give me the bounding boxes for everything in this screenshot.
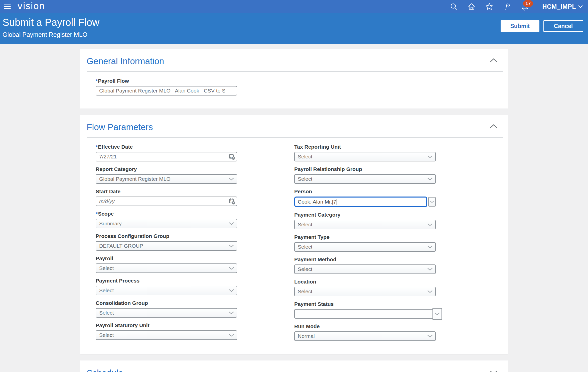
payment-status-field: Payment Status (294, 301, 436, 319)
topbar-actions: 17 HCM_IMPL (450, 3, 583, 11)
effective-date-input[interactable] (96, 152, 237, 161)
favorites-star-icon[interactable] (485, 3, 493, 11)
search-icon[interactable] (450, 3, 458, 11)
payroll-flow-field: *Payroll Flow (96, 78, 237, 96)
field-label: Person (294, 188, 436, 195)
chevron-down-icon (229, 311, 234, 314)
payment-status-dropdown-button[interactable] (432, 308, 442, 320)
run-mode-field: Run Mode Normal (294, 323, 436, 341)
chevron-down-icon (430, 201, 434, 203)
chevron-down-icon (427, 335, 433, 338)
menu-icon[interactable] (4, 4, 11, 10)
submit-button[interactable]: Submit (501, 20, 539, 32)
field-label: Payroll (96, 255, 237, 262)
section-title-schedule: Schedule (87, 368, 123, 372)
location-field: Location Select (294, 278, 436, 296)
location-select[interactable]: Select (294, 287, 436, 296)
payroll-statutory-unit-select[interactable]: Select (96, 330, 237, 340)
process-configuration-group-select[interactable]: DEFAULT GROUP (96, 241, 237, 251)
chevron-down-icon (578, 5, 583, 8)
section-flow-parameters: Flow Parameters *Effective Date (80, 115, 508, 354)
start-date-input[interactable] (96, 197, 237, 206)
payment-type-field: Payment Type Select (294, 234, 436, 252)
person-dropdown-button[interactable] (428, 197, 436, 207)
payment-category-select[interactable]: Select (294, 220, 436, 229)
chevron-down-icon (427, 223, 433, 226)
brand-logo[interactable]: vision (17, 2, 45, 11)
page-content: General Information *Payroll Flow Flow P… (0, 44, 588, 372)
tax-reporting-unit-field: Tax Reporting Unit Select (294, 144, 436, 161)
collapse-general-information-icon[interactable] (490, 58, 497, 63)
svg-text:1: 1 (230, 200, 232, 203)
field-label: Payroll Statutory Unit (96, 322, 237, 329)
chevron-down-icon (229, 177, 234, 180)
consolidation-group-select[interactable]: Select (96, 308, 237, 318)
chevron-down-icon (229, 244, 234, 247)
user-name: HCM_IMPL (542, 3, 576, 10)
scope-select[interactable]: Summary (96, 219, 237, 228)
expand-schedule-icon[interactable] (490, 370, 497, 372)
banner-actions: Submit Cancel (501, 20, 583, 44)
chevron-down-icon (229, 267, 234, 270)
divider (87, 137, 503, 138)
run-mode-select[interactable]: Normal (294, 331, 436, 341)
chevron-down-icon (229, 222, 234, 225)
start-date-field: Start Date 1 (96, 188, 237, 206)
cancel-button[interactable]: Cancel (543, 20, 583, 32)
field-label: Consolidation Group (96, 300, 237, 306)
home-icon[interactable] (468, 3, 476, 11)
field-label: Process Configuration Group (96, 233, 237, 239)
person-input[interactable]: Cook, Alan Mr.|7 (294, 197, 427, 207)
field-label: Payment Method (294, 256, 436, 263)
user-menu[interactable]: HCM_IMPL (542, 3, 583, 10)
payment-type-select[interactable]: Select (294, 242, 436, 252)
watchlist-flag-icon[interactable] (503, 3, 511, 11)
payroll-flow-input[interactable] (96, 86, 237, 96)
section-title-flow-parameters: Flow Parameters (87, 122, 153, 132)
collapse-flow-parameters-icon[interactable] (490, 124, 497, 129)
chevron-down-icon (229, 289, 234, 292)
chevron-down-icon (427, 155, 433, 158)
chevron-down-icon (427, 268, 433, 271)
field-label: Payment Type (294, 234, 436, 240)
section-schedule: Schedule (80, 360, 508, 372)
chevron-down-icon (427, 245, 433, 248)
field-label: Report Category (96, 166, 237, 172)
tax-reporting-unit-select[interactable]: Select (294, 152, 436, 161)
field-label: *Scope (96, 211, 237, 217)
field-label: Run Mode (294, 323, 436, 330)
payment-process-select[interactable]: Select (96, 286, 237, 295)
payment-status-select[interactable] (294, 309, 436, 319)
top-navigation-bar: vision (0, 0, 588, 13)
notifications-bell-icon[interactable]: 17 (521, 3, 529, 11)
field-label: Tax Reporting Unit (294, 144, 436, 150)
field-label: Payment Category (294, 212, 436, 218)
payroll-relationship-group-field: Payroll Relationship Group Select (294, 166, 436, 184)
person-field: Person Cook, Alan Mr.|7 (294, 188, 436, 207)
report-category-select[interactable]: Global Payment Register MLO (96, 174, 237, 184)
flow-parameters-right-column: Tax Reporting Unit Select Payroll Relati… (294, 144, 436, 345)
payroll-statutory-unit-field: Payroll Statutory Unit Select (96, 322, 237, 340)
field-label: Start Date (96, 188, 237, 195)
chevron-down-icon (229, 334, 234, 337)
chevron-down-icon (434, 312, 440, 315)
chevron-down-icon (427, 290, 433, 293)
payment-process-field: Payment Process Select (96, 277, 237, 295)
field-label: Payment Process (96, 277, 237, 284)
date-picker-icon[interactable]: 1 (228, 153, 235, 160)
chevron-down-icon (427, 177, 433, 180)
payroll-select[interactable]: Select (96, 263, 237, 273)
date-picker-icon[interactable]: 1 (228, 198, 235, 205)
process-configuration-group-field: Process Configuration Group DEFAULT GROU… (96, 233, 237, 251)
scope-field: *Scope Summary (96, 211, 237, 228)
payment-method-select[interactable]: Select (294, 264, 436, 274)
payroll-relationship-group-select[interactable]: Select (294, 174, 436, 184)
section-general-information: General Information *Payroll Flow (80, 49, 508, 109)
consolidation-group-field: Consolidation Group Select (96, 300, 237, 318)
payroll-field: Payroll Select (96, 255, 237, 273)
field-label: *Payroll Flow (96, 78, 237, 84)
section-title-general-information: General Information (87, 56, 164, 66)
notification-count-badge: 17 (523, 0, 533, 7)
page-subtitle: Global Payment Register MLO (3, 31, 99, 38)
payment-method-field: Payment Method Select (294, 256, 436, 274)
